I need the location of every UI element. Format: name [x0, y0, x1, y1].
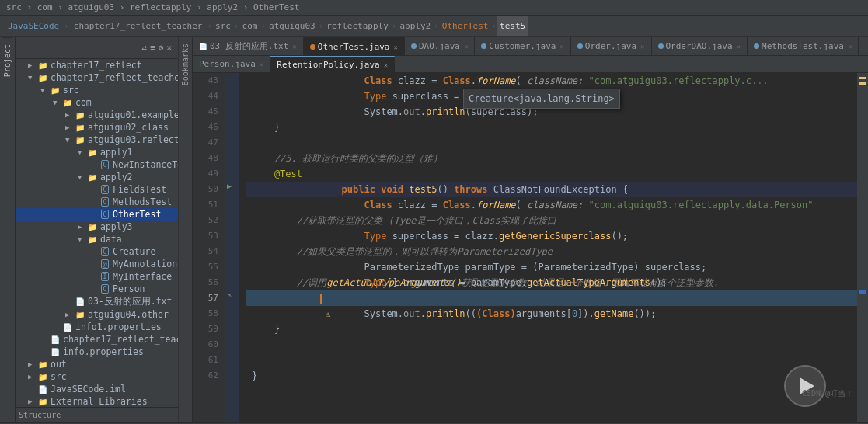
subtab-retentionpolicy[interactable]: RetentionPolicy.java ✕ — [270, 56, 395, 73]
tree-item-com[interactable]: ▼ 📁 com — [16, 96, 178, 109]
code-line-60 — [246, 337, 857, 353]
right-scroll-gutter[interactable] — [857, 73, 868, 422]
tree-item-atguigu03[interactable]: ▼ 📁 atguigu03.reflectapply — [16, 134, 178, 146]
tree-item-atguigu04[interactable]: ▶ 📁 atguigu04.other — [16, 308, 178, 321]
tab-apply2[interactable]: apply2 — [396, 16, 434, 37]
autocomplete-tooltip: Creature<java.lang.String> — [463, 89, 620, 109]
tree-item-out[interactable]: ▶ 📁 out — [16, 358, 178, 370]
tab-orderdao-java[interactable]: OrderDAO.java ✕ — [652, 37, 748, 57]
top-tab-bar: JavaSECode › chapter17_reflect_teacher ›… — [0, 16, 868, 37]
tree-item-chapter17-reflect[interactable]: ▶ 📁 chapter17_reflect — [16, 59, 178, 71]
tab-sep2: › — [207, 21, 212, 31]
tree-item-apply3[interactable]: ▶ 📁 apply3 — [16, 221, 178, 233]
tree-item-chapter17-reflect-teacher[interactable]: ▼ 📁 chapter17_reflect_teacher — [16, 71, 178, 84]
sidebar-settings-icon[interactable]: ⚙ — [159, 43, 164, 53]
tab-order-close[interactable]: ✕ — [640, 43, 644, 50]
code-line-48: //5. 获取运行时类的父类的泛型（难） — [246, 151, 857, 166]
tree-item-myannotation[interactable]: ▶ @ MyAnnotation — [16, 258, 178, 270]
tree-item-apply2[interactable]: ▼ 📁 apply2 — [16, 171, 178, 183]
run-gutter-icon[interactable]: ▶ — [227, 182, 232, 190]
subtab-person-close[interactable]: ✕ — [260, 61, 263, 68]
current-pos-mark — [859, 290, 866, 294]
tree-item-methodstest[interactable]: ▶ C MethodsTest — [16, 196, 178, 208]
tab-methodstest-close[interactable]: ✕ — [848, 43, 852, 50]
tab-txt-close[interactable]: ✕ — [292, 43, 296, 50]
code-line-62: } — [246, 368, 857, 384]
tab-othertest[interactable]: OtherTest — [439, 16, 492, 37]
sidebar-sync-icon[interactable]: ⇄ — [142, 43, 148, 53]
tab-sep1: › — [64, 21, 69, 31]
tree-item-newinstancetest[interactable]: ▶ C NewInstanceTest — [16, 158, 178, 171]
tab-orderdao-close[interactable]: ✕ — [737, 43, 741, 50]
tree-item-atguigu02[interactable]: ▶ 📁 atguigu02_class — [16, 121, 178, 134]
tree-item-data[interactable]: ▼ 📁 data — [16, 233, 178, 245]
tab-order-java[interactable]: Order.java ✕ — [571, 37, 652, 57]
tree-item-iml[interactable]: ▶ 📄 chapter17_reflect_teacher.iml — [16, 333, 178, 346]
tab-test5[interactable]: test5 — [497, 16, 528, 37]
tab-sep5: › — [319, 21, 324, 31]
warn-gutter-icon: ⚠ — [227, 290, 232, 299]
tree-item-creature[interactable]: ▶ C Creature — [16, 245, 178, 258]
tree-item-atguigu01[interactable]: ▶ 📁 atguigu01.example — [16, 109, 178, 121]
panel-tab-project[interactable]: Project — [2, 37, 13, 83]
breadcrumb: src › com › atguigu03 › reflectapply › a… — [6, 2, 300, 12]
tab-txt-file[interactable]: 📄 03-反射的应用.txt ✕ — [193, 37, 304, 57]
tree-item-othertest[interactable]: ▶ C OtherTest — [16, 208, 178, 221]
tab-sep7: › — [434, 21, 439, 31]
code-line-51: Class clazz = Class.forName( className: … — [246, 197, 857, 213]
code-line-58: System.out.println(((Class)arguments[0])… — [246, 306, 857, 321]
tab-customer-java[interactable]: Customer.java ✕ — [475, 37, 571, 57]
tree-item-txt1[interactable]: ▶ 📄 03-反射的应用.txt — [16, 295, 178, 308]
sidebar-close-icon[interactable]: ✕ — [166, 43, 172, 53]
tree-item-apply1[interactable]: ▼ 📁 apply1 — [16, 146, 178, 158]
tab-othertest-close[interactable]: ✕ — [394, 43, 398, 51]
subtab-person[interactable]: Person.java ✕ — [193, 56, 270, 73]
structure-tab[interactable]: Structure — [19, 411, 61, 419]
tree-item-myinterface[interactable]: ▶ I MyInterface — [16, 270, 178, 283]
tab-atguigu03[interactable]: atguigu03 — [266, 16, 319, 37]
tree-item-info[interactable]: ▶ 📄 info.properties — [16, 346, 178, 358]
tab-othertest-java[interactable]: OtherTest.java ✕ — [304, 37, 405, 57]
tree-item-info1[interactable]: ▶ 📄 info1.properties — [16, 321, 178, 333]
code-line-53: Type superclass = clazz.getGenericSuperc… — [246, 228, 857, 244]
code-line-47 — [246, 135, 857, 151]
bookmarks-tab[interactable]: Bookmarks — [180, 37, 191, 92]
customer-dot — [481, 43, 486, 49]
csdn-watermark: CSDN @叮当！ — [802, 388, 853, 399]
tab-reflectapply[interactable]: reflectapply — [323, 16, 391, 37]
tab-javascode[interactable]: JavaSECode — [3, 16, 64, 37]
tree-item-external-libraries[interactable]: ▶ 📁 External Libraries — [16, 395, 178, 408]
sidebar-collapse-icon[interactable]: ≡ — [150, 43, 155, 53]
txt-icon: 📄 — [199, 43, 207, 50]
tab-com[interactable]: com — [239, 16, 261, 37]
subtab-retention-close[interactable]: ✕ — [384, 61, 388, 69]
tree-item-src2[interactable]: ▶ 📁 src — [16, 370, 178, 383]
tree-item-fieldstest[interactable]: ▶ C FieldsTest — [16, 183, 178, 196]
methodstest-dot — [754, 43, 759, 49]
order-dot — [577, 43, 583, 49]
code-line-61 — [246, 353, 857, 368]
warn-scroll-mark-1 — [859, 77, 866, 79]
tab-sep3: › — [234, 21, 239, 31]
tree-item-person[interactable]: ▶ C Person — [16, 283, 178, 295]
orderdao-dot — [658, 43, 664, 49]
tree-item-src[interactable]: ▼ 📁 src — [16, 84, 178, 96]
tab-sep6: › — [392, 21, 397, 31]
code-line-46: } — [246, 120, 857, 135]
play-button-overlay[interactable] — [784, 365, 826, 407]
tab-customer-close[interactable]: ✕ — [559, 43, 563, 50]
code-line-59: } — [246, 321, 857, 337]
tab-methodstest-java[interactable]: MethodsTest.java ✕ — [748, 37, 859, 57]
warn-scroll-mark-2 — [859, 82, 866, 85]
tree-item-javascode-iml[interactable]: ▶ 📄 JavaSECode.iml — [16, 383, 178, 395]
tab-dao-java[interactable]: DAO.java ✕ — [405, 37, 475, 57]
tab-dao-close[interactable]: ✕ — [464, 43, 468, 50]
tab-sep8: › — [491, 21, 497, 31]
tab-sep4: › — [260, 21, 266, 31]
dao-dot — [411, 43, 417, 49]
tab-chapter17[interactable]: chapter17_reflect_teacher — [69, 16, 207, 37]
tab-src[interactable]: src — [212, 16, 234, 37]
othertest-dot — [310, 44, 315, 50]
